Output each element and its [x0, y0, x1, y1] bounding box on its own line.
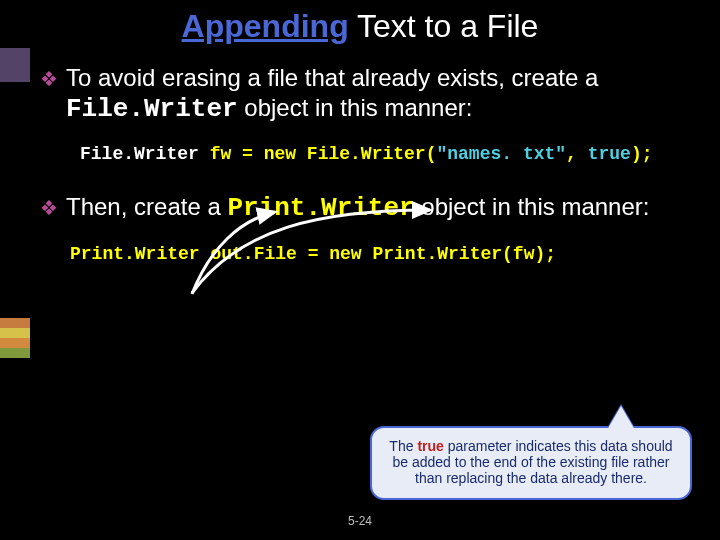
diamond-icon: ❖ [40, 196, 58, 221]
page-title: Appending Text to a File [0, 0, 720, 45]
callout-text: The [389, 438, 417, 454]
page-number: 5-24 [0, 514, 720, 528]
title-rest: Text to a File [349, 8, 539, 44]
bullet-text: Then, create a Print.Writer object in th… [66, 192, 690, 225]
bullet-text-part: To avoid erasing a file that already exi… [66, 64, 598, 91]
bullet-text-part: object in this manner: [238, 94, 473, 121]
code-token: fw = new File.Writer( [199, 144, 437, 164]
callout-box: The true parameter indicates this data s… [370, 426, 692, 500]
code-token: , [566, 144, 588, 164]
code-token: File.Writer [80, 144, 199, 164]
slide: Appending Text to a File ❖ To avoid eras… [0, 0, 720, 540]
callout-keyword: true [417, 438, 443, 454]
code-token: ); [631, 144, 653, 164]
title-accent-word: Appending [182, 8, 349, 44]
code-line-filewriter: File.Writer fw = new File.Writer("names.… [80, 144, 690, 164]
code-true-literal: true [588, 144, 631, 164]
bullet-item: ❖ Then, create a Print.Writer object in … [40, 192, 690, 225]
left-accent-bars [0, 0, 30, 540]
inline-code: Print.Writer [227, 193, 414, 223]
accent-bar [0, 348, 30, 358]
bullet-text: To avoid erasing a file that already exi… [66, 63, 690, 126]
diamond-icon: ❖ [40, 67, 58, 92]
accent-bar [0, 48, 30, 82]
bullet-item: ❖ To avoid erasing a file that already e… [40, 63, 690, 126]
code-string-literal: "names. txt" [436, 144, 566, 164]
bullet-text-part: Then, create a [66, 193, 227, 220]
accent-bar [0, 318, 30, 328]
content-area: ❖ To avoid erasing a file that already e… [0, 45, 720, 264]
accent-bar [0, 338, 30, 348]
code-line-printwriter: Print.Writer out.File = new Print.Writer… [70, 244, 690, 264]
bullet-text-part: object in this manner: [415, 193, 650, 220]
inline-code: File.Writer [66, 94, 238, 124]
accent-bar [0, 328, 30, 338]
callout-tail-icon [607, 406, 635, 430]
